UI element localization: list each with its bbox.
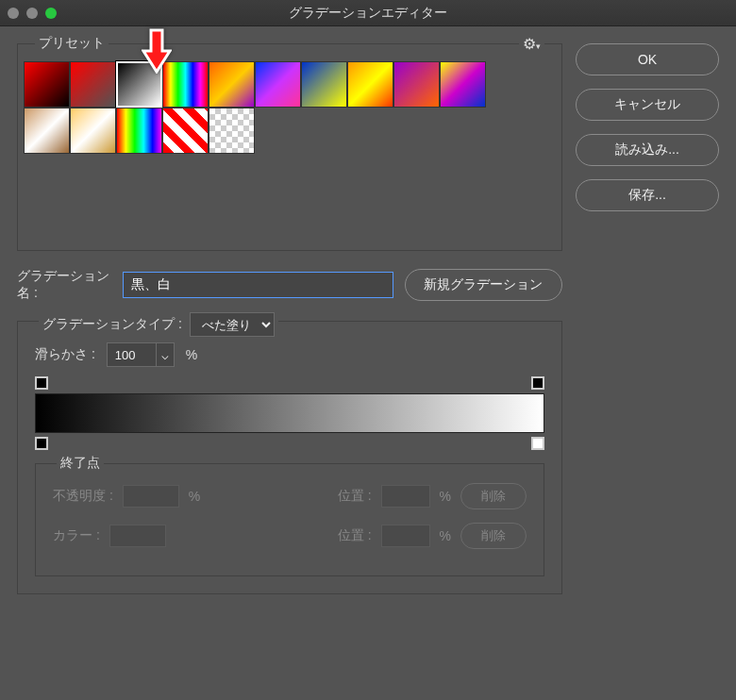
color-input [109,525,166,547]
opacity-label: 不透明度 : [53,488,113,505]
preset-label: プリセット [35,35,109,52]
opacity-pos-input [381,485,430,508]
preset-swatch[interactable] [301,61,347,108]
smoothness-dropdown[interactable]: ⌵ [156,342,175,367]
grad-name-input[interactable] [123,272,393,298]
window-title: グラデーションエディター [289,5,447,22]
grad-type-panel: グラデーションタイプ : べた塗り 滑らかさ : ⌵ % 終了点 [17,321,562,594]
opacity-pos-unit: % [440,489,451,504]
save-button[interactable]: 保存... [576,179,719,211]
stops-title: 終了点 [57,455,104,472]
preset-swatch[interactable] [70,61,116,108]
gradient-bar[interactable] [35,393,544,433]
maximize-icon[interactable] [45,8,57,19]
gear-icon[interactable]: ⚙▾ [519,35,544,53]
new-gradient-button[interactable]: 新規グラデーション [405,269,562,301]
preset-swatch[interactable] [255,61,301,108]
color-pos-label: 位置 : [338,527,372,544]
grad-type-select[interactable]: べた塗り [190,312,275,337]
smoothness-unit: % [186,347,197,362]
close-icon[interactable] [8,8,19,19]
callout-arrow [142,28,172,77]
opacity-unit: % [189,489,200,504]
preset-swatch[interactable] [24,108,70,154]
opacity-delete-button: 削除 [460,483,527,509]
color-label: カラー : [53,527,100,544]
color-pos-unit: % [440,528,451,543]
smoothness-label: 滑らかさ : [35,346,95,363]
preset-panel: プリセット ⚙▾ [17,43,562,251]
titlebar: グラデーションエディター [0,0,736,26]
smoothness-input[interactable] [107,342,156,367]
opacity-input [123,485,179,508]
color-delete-button: 削除 [460,523,527,549]
opacity-stop-right[interactable] [531,376,544,390]
traffic-lights [8,8,57,19]
grad-type-label: グラデーションタイプ : [42,316,182,333]
opacity-stop-left[interactable] [35,376,48,390]
preset-swatch[interactable] [70,108,116,154]
preset-swatches [24,61,505,154]
minimize-icon[interactable] [26,8,38,19]
preset-swatch[interactable] [209,61,255,108]
ok-button[interactable]: OK [576,43,719,75]
cancel-button[interactable]: キャンセル [576,89,719,121]
stops-panel: 終了点 不透明度 : % 位置 : % 削除 カラー : 位置 : [35,463,544,576]
preset-swatch[interactable] [347,61,393,108]
color-stop-left[interactable] [35,437,48,450]
opacity-pos-label: 位置 : [338,488,372,505]
preset-swatch[interactable] [24,61,70,108]
preset-swatch[interactable] [209,108,255,154]
preset-swatch[interactable] [116,108,162,154]
load-button[interactable]: 読み込み... [576,134,719,166]
preset-swatch[interactable] [162,108,209,154]
preset-swatch[interactable] [440,61,486,108]
preset-swatch[interactable] [393,61,440,108]
color-stop-right[interactable] [531,437,544,450]
grad-name-label: グラデーション名 : [17,268,111,302]
color-pos-input [381,525,430,547]
